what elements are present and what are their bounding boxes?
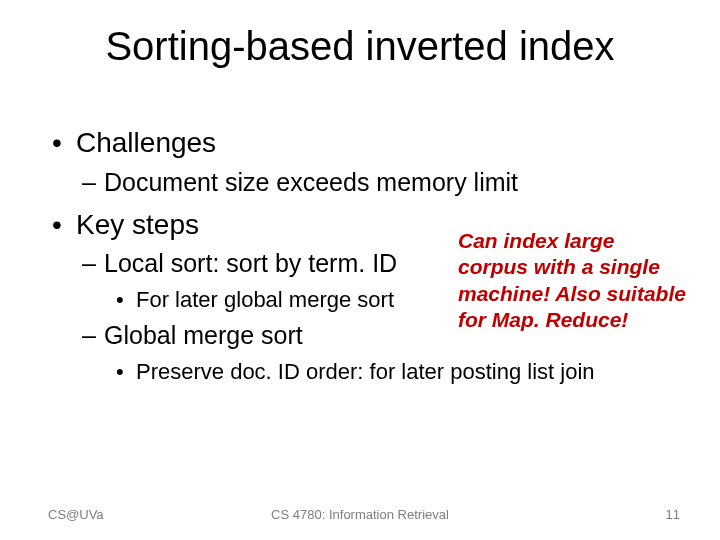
bullet-doc-size: Document size exceeds memory limit bbox=[48, 166, 680, 200]
slide-title: Sorting-based inverted index bbox=[0, 24, 720, 69]
slide: Sorting-based inverted index Challenges … bbox=[0, 0, 720, 540]
callout-text: Can index large corpus with a single mac… bbox=[458, 228, 688, 333]
bullet-preserve-docid: Preserve doc. ID order: for later postin… bbox=[48, 357, 680, 387]
bullet-challenges: Challenges bbox=[48, 124, 680, 162]
footer-page-number: 11 bbox=[666, 507, 680, 522]
footer-center: CS 4780: Information Retrieval bbox=[0, 507, 720, 522]
